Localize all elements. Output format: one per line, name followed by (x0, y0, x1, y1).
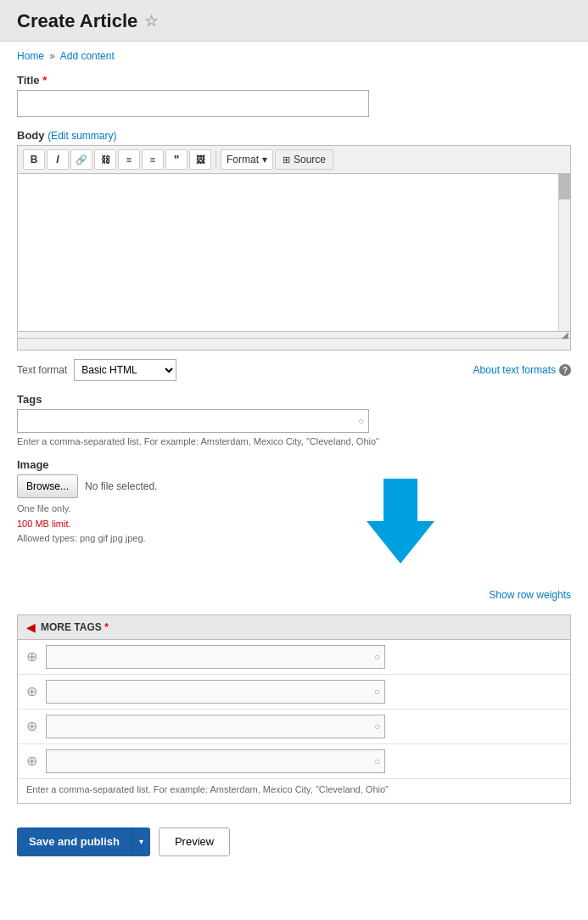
big-arrow-svg (367, 479, 434, 564)
italic-button[interactable]: I (47, 149, 69, 170)
tags-label: Tags (17, 393, 571, 406)
tags-input[interactable] (17, 409, 369, 433)
more-tags-hint: Enter a comma-separated list. For exampl… (18, 779, 570, 803)
bold-icon: B (31, 154, 38, 165)
show-row-weights-link[interactable]: Show row weights (489, 589, 571, 601)
page-header: Create Article ☆ (0, 0, 588, 42)
more-tags-row-4: ⊕ ○ (18, 744, 570, 779)
page-title-text: Create Article (17, 10, 137, 32)
text-format-left: Text format Basic HTML Full HTML Restric… (17, 359, 176, 381)
more-tags-title-text: MORE TAGS (41, 621, 102, 633)
text-format-select[interactable]: Basic HTML Full HTML Restricted HTML Pla… (74, 359, 176, 381)
edit-summary-link[interactable]: (Edit summary) (48, 130, 116, 142)
more-tags-row-2: ⊕ ○ (18, 675, 570, 710)
source-icon: ⊞ (283, 154, 290, 165)
more-tags-input-icon-1: ○ (374, 651, 380, 663)
format-dropdown-label: Format (227, 154, 259, 165)
more-tags-row-3: ⊕ ○ (18, 710, 570, 744)
bottom-actions: Save and publish ▾ Preview (17, 816, 571, 856)
editor-body[interactable] (18, 174, 570, 331)
more-tags-input-icon-3: ○ (374, 721, 380, 732)
link-button[interactable]: 🔗 (70, 149, 92, 170)
save-publish-dropdown-icon: ▾ (139, 837, 143, 846)
drag-handle-1[interactable]: ⊕ (26, 650, 37, 664)
favorite-star-icon[interactable]: ☆ (144, 12, 158, 31)
title-input[interactable] (17, 90, 369, 117)
more-tags-input-3[interactable] (46, 715, 385, 738)
breadcrumb-separator: » (49, 50, 55, 62)
title-label-text: Title (17, 74, 40, 87)
big-arrow (229, 479, 571, 564)
ordered-list-button[interactable]: ≡ (142, 149, 164, 170)
save-publish-main-button[interactable]: Save and publish (17, 827, 132, 856)
more-tags-title: MORE TAGS * (41, 621, 109, 633)
unordered-list-button[interactable]: ≡ (118, 149, 140, 170)
text-format-row: Text format Basic HTML Full HTML Restric… (17, 359, 571, 381)
breadcrumb-add-content[interactable]: Add content (60, 50, 115, 62)
about-text-formats-link[interactable]: About text formats ? (473, 364, 571, 376)
more-tags-input-wrapper-4: ○ (46, 749, 385, 773)
more-tags-header: ◀ MORE TAGS * (18, 615, 570, 640)
breadcrumb-home[interactable]: Home (17, 50, 44, 62)
more-tags-input-icon-2: ○ (374, 686, 380, 698)
svg-marker-0 (367, 479, 434, 564)
body-label: Body (Edit summary) (17, 129, 571, 142)
file-selected-text: No file selected. (85, 480, 157, 492)
drag-handle-4[interactable]: ⊕ (26, 755, 37, 768)
title-required-star: * (42, 74, 47, 87)
unlink-button[interactable]: ⛓ (94, 149, 116, 170)
bold-button[interactable]: B (23, 149, 45, 170)
more-tags-input-1[interactable] (46, 645, 385, 669)
image-label: Image (17, 458, 571, 471)
more-tags-input-wrapper-3: ○ (46, 715, 385, 738)
help-icon: ? (559, 364, 571, 376)
breadcrumb: Home » Add content (17, 50, 571, 62)
more-tags-input-4[interactable] (46, 749, 385, 773)
toolbar-separator-1 (216, 151, 216, 168)
editor-scrollbar[interactable] (558, 174, 570, 331)
source-label: Source (294, 154, 326, 165)
text-format-label: Text format (17, 364, 67, 376)
title-label: Title * (17, 74, 571, 87)
tags-input-clear-icon: ○ (358, 415, 364, 427)
italic-icon: I (56, 154, 59, 165)
more-tags-section: ◀ MORE TAGS * ⊕ ○ ⊕ ○ ⊕ ○ (17, 614, 571, 804)
preview-button[interactable]: Preview (159, 827, 230, 856)
more-tags-input-wrapper-2: ○ (46, 680, 385, 704)
editor-horizontal-scroll[interactable] (18, 338, 570, 350)
save-publish-button-group: Save and publish ▾ (17, 827, 150, 856)
collapse-arrow-icon[interactable]: ◀ (26, 620, 36, 634)
more-tags-row: ⊕ ○ (18, 640, 570, 675)
drag-handle-2[interactable]: ⊕ (26, 685, 37, 698)
tags-hint: Enter a comma-separated list. For exampl… (17, 436, 571, 446)
page-content: Home » Add content Title * Body (Edit su… (0, 42, 588, 873)
page-title: Create Article ☆ (17, 10, 571, 32)
format-dropdown-arrow: ▾ (262, 154, 267, 165)
format-dropdown[interactable]: Format ▾ (221, 149, 273, 170)
source-button[interactable]: ⊞ Source (275, 149, 333, 170)
browse-button[interactable]: Browse... (17, 474, 78, 498)
editor-scrollbar-thumb (558, 174, 570, 199)
editor-resize-handle[interactable]: ◢ (18, 331, 570, 338)
tags-input-wrapper: ○ (17, 409, 369, 433)
more-tags-required-star: * (104, 621, 109, 633)
show-row-weights: Show row weights (17, 589, 571, 601)
resize-icon: ◢ (562, 330, 568, 339)
tags-section: Tags ○ Enter a comma-separated list. For… (17, 393, 571, 446)
save-publish-arrow-button[interactable]: ▾ (132, 827, 150, 856)
more-tags-input-wrapper-1: ○ (46, 645, 385, 669)
body-editor-wrapper: B I 🔗 ⛓ ≡ ≡ " 🖼 Format ▾ ⊞ Source ◢ (17, 145, 571, 351)
drag-handle-3[interactable]: ⊕ (26, 720, 37, 733)
more-tags-input-icon-4: ○ (374, 755, 380, 767)
image-button[interactable]: 🖼 (189, 149, 211, 170)
more-tags-input-2[interactable] (46, 680, 385, 704)
about-text-formats-label: About text formats (473, 364, 556, 376)
editor-toolbar: B I 🔗 ⛓ ≡ ≡ " 🖼 Format ▾ ⊞ Source (18, 146, 570, 174)
blockquote-button[interactable]: " (165, 149, 188, 170)
body-label-text: Body (17, 129, 45, 142)
